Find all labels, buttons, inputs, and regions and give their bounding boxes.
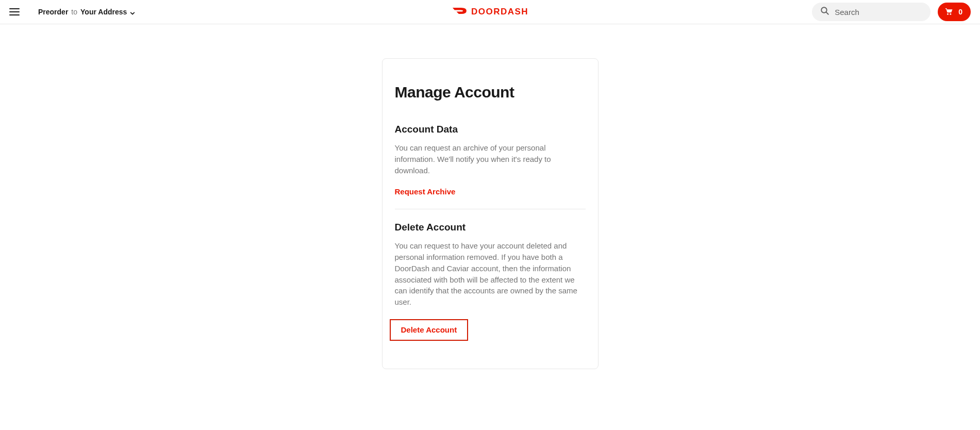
doordash-icon (452, 6, 467, 18)
svg-point-2 (947, 13, 949, 14)
address-label: Your Address (80, 8, 127, 16)
section-body: You can request to have your account del… (395, 240, 586, 308)
location-selector[interactable]: Preorder to Your Address (38, 8, 135, 16)
manage-account-card: Manage Account Account Data You can requ… (382, 58, 599, 369)
section-body: You can request an archive of your perso… (395, 142, 586, 176)
search-icon (820, 6, 829, 18)
menu-button[interactable] (9, 7, 20, 17)
search-box[interactable] (812, 3, 931, 21)
to-label: to (71, 8, 77, 16)
svg-point-3 (950, 13, 951, 14)
cart-icon (944, 7, 953, 18)
preorder-label: Preorder (38, 8, 68, 16)
section-heading: Delete Account (395, 222, 586, 233)
cart-count: 0 (958, 8, 962, 16)
svg-line-1 (826, 12, 828, 14)
app-header: Preorder to Your Address DOORDASH 0 (0, 0, 980, 24)
chevron-down-icon (130, 9, 135, 14)
main-content: Manage Account Account Data You can requ… (0, 24, 980, 369)
cart-button[interactable]: 0 (938, 3, 971, 21)
highlight-annotation: Delete Account (390, 319, 469, 341)
header-right: 0 (812, 3, 971, 21)
account-data-section: Account Data You can request an archive … (395, 124, 586, 209)
header-left: Preorder to Your Address (9, 7, 135, 17)
search-input[interactable] (835, 8, 922, 16)
section-heading: Account Data (395, 124, 586, 135)
delete-account-section: Delete Account You can request to have y… (395, 209, 586, 353)
brand-name: DOORDASH (471, 7, 528, 17)
page-title: Manage Account (395, 84, 586, 101)
request-archive-button[interactable]: Request Archive (395, 187, 456, 196)
delete-account-button[interactable]: Delete Account (401, 325, 457, 334)
brand-logo[interactable]: DOORDASH (452, 6, 528, 18)
